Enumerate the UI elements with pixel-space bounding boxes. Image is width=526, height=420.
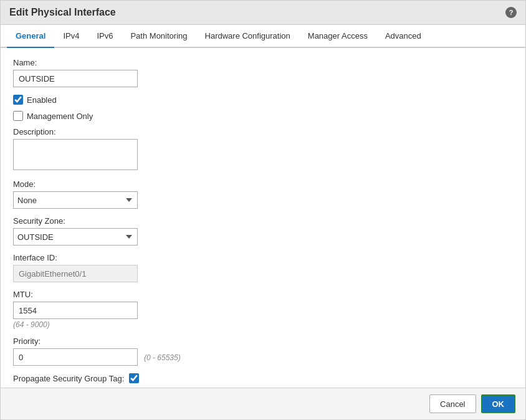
interface-id-group: Interface ID: <box>13 253 513 282</box>
tab-ipv4[interactable]: IPv4 <box>54 25 88 48</box>
priority-group: Priority: (0 - 65535) <box>13 336 513 366</box>
enabled-row: Enabled <box>13 95 513 105</box>
name-input[interactable] <box>13 70 138 87</box>
tab-path-monitoring[interactable]: Path Monitoring <box>122 25 196 48</box>
security-zone-select[interactable]: OUTSIDE INSIDE DMZ <box>13 228 138 246</box>
enabled-checkbox[interactable] <box>13 95 23 105</box>
mtu-label: MTU: <box>13 290 513 299</box>
priority-input[interactable] <box>13 348 138 366</box>
dialog-title: Edit Physical Interface <box>9 7 116 18</box>
tab-hardware-configuration[interactable]: Hardware Configuration <box>196 25 299 48</box>
description-label: Description: <box>13 127 513 136</box>
propagate-row: Propagate Security Group Tag: <box>13 373 513 383</box>
interface-id-label: Interface ID: <box>13 253 513 262</box>
priority-hint: (0 - 65535) <box>144 353 181 362</box>
security-zone-group: Security Zone: OUTSIDE INSIDE DMZ <box>13 216 513 246</box>
edit-physical-interface-dialog: Edit Physical Interface ? General IPv4 I… <box>0 0 526 420</box>
mtu-group: MTU: (64 - 9000) <box>13 290 513 329</box>
description-input[interactable] <box>13 139 138 170</box>
tab-advanced[interactable]: Advanced <box>376 25 430 48</box>
management-only-row: Management Only <box>13 111 513 121</box>
tabs-container: General IPv4 IPv6 Path Monitoring Hardwa… <box>1 25 525 48</box>
name-group: Name: <box>13 58 513 87</box>
enabled-label[interactable]: Enabled <box>27 95 57 105</box>
mode-group: Mode: None Passive Inline Inline Tap <box>13 179 513 209</box>
priority-label: Priority: <box>13 336 513 346</box>
help-icon[interactable]: ? <box>505 7 517 18</box>
interface-id-input <box>13 265 138 282</box>
tab-ipv6[interactable]: IPv6 <box>88 25 122 48</box>
form-content: Name: Enabled Management Only Descriptio… <box>1 48 525 388</box>
dialog-header: Edit Physical Interface ? <box>1 1 525 25</box>
tab-general[interactable]: General <box>7 25 54 48</box>
tab-manager-access[interactable]: Manager Access <box>299 25 376 48</box>
propagate-checkbox[interactable] <box>129 373 139 383</box>
name-label: Name: <box>13 58 513 67</box>
mtu-hint: (64 - 9000) <box>13 320 513 329</box>
mode-label: Mode: <box>13 179 513 189</box>
propagate-label: Propagate Security Group Tag: <box>13 374 124 383</box>
management-only-label[interactable]: Management Only <box>27 112 93 121</box>
mtu-input[interactable] <box>13 302 138 319</box>
description-group: Description: <box>13 127 513 172</box>
cancel-button[interactable]: Cancel <box>429 394 476 413</box>
management-only-checkbox[interactable] <box>13 111 23 121</box>
ok-button[interactable]: OK <box>481 394 516 413</box>
security-zone-label: Security Zone: <box>13 216 513 226</box>
dialog-footer: Cancel OK <box>1 388 525 419</box>
mode-select[interactable]: None Passive Inline Inline Tap <box>13 191 138 209</box>
